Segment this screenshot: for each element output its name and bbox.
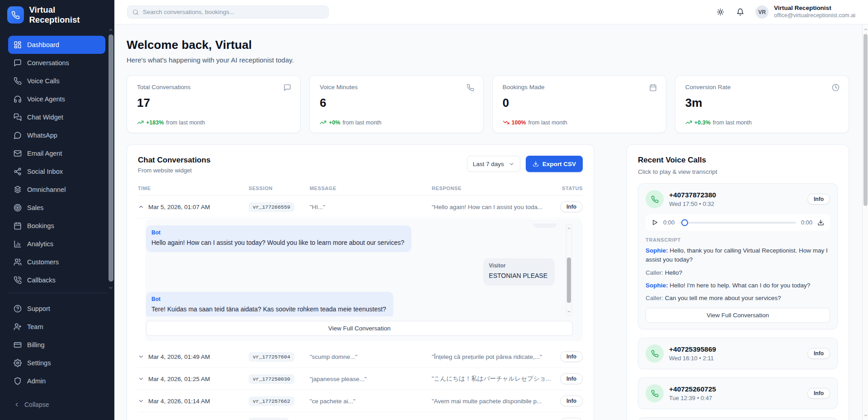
info-button[interactable]: Info (560, 373, 583, 384)
voice-call-card[interactable] (638, 417, 838, 420)
sidebar-item[interactable]: Admin (8, 372, 105, 390)
sidebar-item[interactable]: Callbacks (8, 271, 105, 289)
sidebar-item[interactable]: Support (8, 300, 105, 318)
bell-icon (736, 8, 744, 16)
stat-delta: +0.3% from last month (685, 119, 752, 126)
chevron-up-icon[interactable] (138, 204, 144, 210)
user-menu[interactable]: Virtual Receptionist office@virtualrecep… (774, 5, 855, 19)
notifications-button[interactable] (733, 5, 747, 19)
stat-card: Conversion Rate 3m +0.3% from last month (675, 75, 849, 133)
stat-delta-value: +0% (329, 119, 340, 126)
chevron-down-icon[interactable] (138, 353, 144, 360)
sidebar-item[interactable]: Team (8, 318, 105, 336)
conversation-row[interactable]: Mar 5, 2026, 01:07 AM vr_177266559 "HI..… (138, 196, 583, 218)
call-number: +40737872380 (669, 191, 716, 199)
users-icon (14, 258, 22, 266)
mail-icon (14, 149, 22, 158)
sidebar-item[interactable]: Settings (8, 354, 105, 372)
row-response: "Hello again! How can I assist you toda.… (432, 204, 557, 210)
sidebar-divider (7, 293, 107, 293)
scroll-up-icon[interactable] (863, 27, 868, 32)
main-scrollbar-thumb[interactable] (863, 34, 868, 206)
scroll-up-icon[interactable] (566, 226, 571, 231)
view-full-conversation-button[interactable]: View Full Conversation (646, 308, 830, 323)
info-button[interactable]: Info (560, 396, 583, 406)
stat-delta: +0% from last month (320, 119, 382, 126)
play-icon[interactable] (651, 219, 658, 226)
transcript-speaker: Sophie: (646, 282, 668, 289)
search-icon (132, 9, 139, 15)
conversation-row[interactable]: Mar 4, 2026, 01:14 AM vr_177257662 "ce p… (138, 390, 583, 412)
sidebar-scrollbar-thumb[interactable] (108, 34, 113, 282)
conversation-row[interactable]: Mar 4, 2026, 01:25 AM vr_177258030 "japa… (138, 368, 583, 390)
sidebar-item[interactable]: Sales (8, 199, 105, 217)
player-thumb[interactable] (681, 219, 688, 226)
stats-row: Total Conversations 17 +183% from last m… (127, 75, 849, 133)
info-button[interactable]: Info (560, 351, 583, 362)
conversation-row[interactable]: Mar 4, 2026, 01:49 AM vr_177257604 "scum… (138, 346, 583, 368)
call-avatar (646, 190, 664, 208)
conversation-row[interactable]: Info (138, 412, 583, 420)
player-total-time: 0:00 (801, 219, 812, 226)
chat-panel-title: Chat Conversations (138, 156, 211, 165)
sidebar-item-label: Social Inbox (27, 168, 63, 175)
voice-call-card[interactable]: +40737872380 Wed 17:50 • 0:32 Info 0:00 (638, 183, 838, 329)
column-header-status: STATUS (557, 186, 583, 191)
info-button[interactable]: Info (807, 388, 830, 399)
sidebar-item[interactable]: WhatsApp (8, 126, 105, 144)
date-range-select[interactable]: Last 7 days (467, 156, 520, 172)
sidebar-item[interactable]: Omnichannel (8, 181, 105, 199)
info-button[interactable]: Info (560, 418, 583, 420)
theme-toggle-button[interactable] (713, 5, 727, 19)
stat-label: Voice Minutes (320, 84, 473, 91)
info-button[interactable]: Info (560, 201, 583, 212)
download-icon (533, 161, 539, 167)
sidebar-item[interactable]: Bookings (8, 217, 105, 235)
sidebar-scroll-down-icon[interactable] (108, 285, 113, 291)
stat-card: Voice Minutes 6 +0% from last month (309, 75, 483, 133)
avatar[interactable]: VR (755, 5, 769, 19)
sidebar-item-label: Analytics (27, 240, 53, 248)
sidebar-item-label: Callbacks (27, 277, 56, 284)
chat-scrollbar-thumb[interactable] (567, 258, 571, 303)
chevron-down-icon[interactable] (138, 398, 144, 404)
info-button[interactable]: Info (807, 194, 830, 205)
sidebar-item[interactable]: Social Inbox (8, 162, 105, 181)
transcript-speaker: Caller: (646, 269, 663, 276)
row-message: "ce pachete ai..." (310, 398, 432, 405)
sidebar-item[interactable]: Customers (8, 253, 105, 271)
sidebar-item[interactable]: Email Agent (8, 144, 105, 162)
sidebar-item-label: Voice Calls (27, 77, 60, 85)
chat-conversations-panel: Chat Conversations From website widget L… (127, 144, 594, 420)
phone-call-icon (14, 276, 22, 284)
sidebar-scroll-up-icon[interactable] (108, 27, 113, 33)
recent-voice-calls-panel: Recent Voice Calls Click to play & view … (627, 144, 849, 420)
sidebar-item[interactable]: Chat Widget (8, 108, 105, 126)
sidebar-item[interactable]: Billing (8, 336, 105, 354)
trending-down-icon (503, 119, 509, 126)
stat-value: 3m (685, 96, 839, 110)
collapse-button[interactable]: Collapse (8, 396, 106, 413)
sidebar-item[interactable]: Conversations (8, 54, 105, 72)
voice-call-card[interactable]: +40725260725 Tue 12:39 • 0:47 Info (638, 377, 838, 409)
download-icon[interactable] (817, 219, 824, 226)
chevron-down-icon[interactable] (138, 376, 144, 382)
scroll-down-icon[interactable] (863, 413, 868, 418)
scroll-down-icon[interactable] (566, 309, 571, 314)
call-details: 0:00 0:00 TRANSCRIPT Sophie: Hello, tha (646, 214, 830, 323)
chat-bubble: Bot Hello again! How can I assist you to… (146, 225, 411, 252)
sidebar-item[interactable]: Analytics (8, 235, 105, 253)
player-track[interactable] (679, 222, 796, 224)
phone-icon (651, 350, 659, 358)
sidebar-item[interactable]: Dashboard (8, 36, 105, 54)
stat-card: Total Conversations 17 +183% from last m… (127, 75, 301, 133)
trending-up-icon (137, 119, 144, 126)
sidebar-item[interactable]: Voice Calls (8, 72, 105, 90)
chat-bubble: Visitor ESTONIAN PLEASE (483, 258, 555, 285)
search-input[interactable] (143, 9, 323, 15)
voice-call-card[interactable]: +40725395869 Wed 16:10 • 2:11 Info (638, 338, 838, 369)
export-csv-button[interactable]: Export CSV (526, 156, 583, 172)
info-button[interactable]: Info (807, 348, 830, 359)
view-full-conversation-button[interactable]: View Full Conversation (146, 321, 573, 336)
sidebar-item[interactable]: Voice Agents (8, 90, 105, 108)
